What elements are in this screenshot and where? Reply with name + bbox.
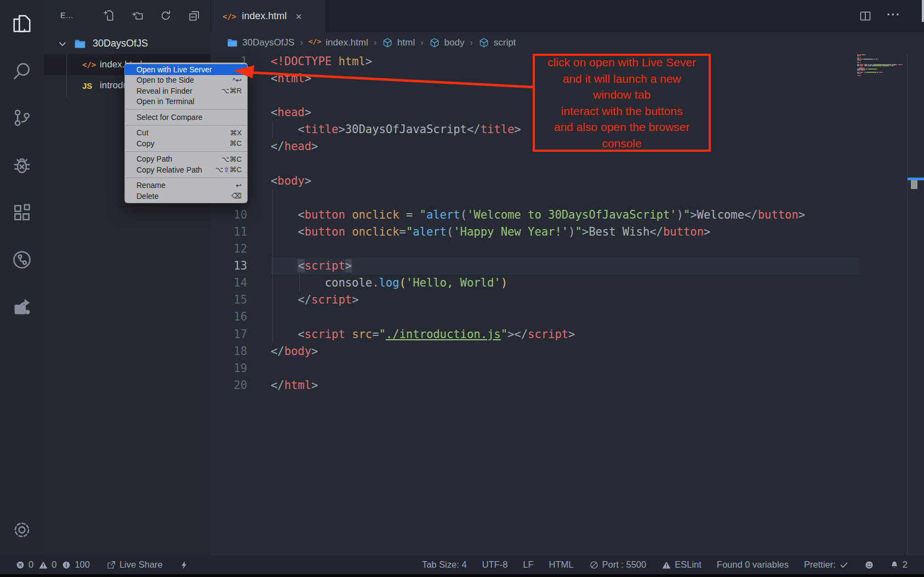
- code-line-17[interactable]: 17 <script src="./introduction.js"></scr…: [210, 326, 924, 343]
- menu-item-label: Copy Relative Path: [136, 165, 215, 174]
- code-line-20[interactable]: 20</html>: [210, 377, 924, 394]
- code-line-13[interactable]: 13 <script>: [210, 258, 924, 275]
- menu-item-copy-relative-path[interactable]: Copy Relative Path⌥⇧⌘C: [125, 164, 247, 175]
- status-lightning[interactable]: [179, 560, 189, 570]
- menu-item-copy[interactable]: Copy⌘C: [125, 138, 247, 149]
- line-content: console.log('Hello, World'): [271, 275, 859, 292]
- activity-circle-branch-icon[interactable]: [12, 249, 32, 270]
- menu-item-open-to-the-side[interactable]: Open to the Side^↩: [125, 75, 247, 86]
- status-0[interactable]: 0: [15, 559, 33, 570]
- refresh-icon[interactable]: [159, 9, 172, 22]
- code-token: <: [271, 208, 305, 221]
- breadcrumb-label: body: [444, 37, 465, 48]
- code-line-18[interactable]: 18</body>: [210, 343, 924, 360]
- status-tab-size-4[interactable]: Tab Size: 4: [422, 559, 467, 570]
- code-line-11[interactable]: 11 <button onclick="alert('Happy New Yea…: [210, 224, 924, 241]
- code-token: </: [649, 225, 663, 238]
- line-content: [271, 241, 859, 258]
- minimap-token: [860, 62, 860, 63]
- split-editor-icon[interactable]: [859, 9, 872, 22]
- code-token: >: [338, 123, 345, 136]
- code-line-9[interactable]: 9: [210, 190, 924, 207]
- status-smiley[interactable]: [864, 560, 874, 570]
- menu-item-cut[interactable]: Cut⌘X: [125, 128, 247, 139]
- code-token: <: [271, 174, 277, 187]
- menu-item-delete[interactable]: Delete⌫: [125, 191, 247, 202]
- code-line-8[interactable]: 8<body>: [210, 173, 924, 190]
- activity-share-icon[interactable]: [12, 296, 32, 317]
- code-line-15[interactable]: 15 </script>: [210, 292, 924, 309]
- breadcrumb-index.html[interactable]: </>index.html: [309, 37, 368, 48]
- indent-guide: [272, 190, 273, 343]
- status-prettier-[interactable]: Prettier:: [804, 559, 849, 570]
- code-token: [345, 225, 352, 238]
- new-file-icon[interactable]: [102, 9, 115, 22]
- status-eslint[interactable]: ESLint: [661, 559, 701, 570]
- tab-bar: </> index.html × ···: [210, 0, 924, 32]
- breadcrumb-30DaysOfJS[interactable]: 30DaysOfJS: [227, 37, 294, 48]
- breadcrumb-label: 30DaysOfJS: [242, 37, 294, 48]
- code-token: >: [704, 225, 710, 238]
- breadcrumb-body[interactable]: body: [429, 37, 465, 48]
- line-number: 10: [210, 207, 271, 224]
- activity-gear-icon[interactable]: [12, 519, 32, 540]
- code-token: <: [271, 328, 305, 341]
- status-100[interactable]: 100: [61, 559, 90, 570]
- code-token: ": [501, 328, 507, 341]
- code-token: ./introduction.js: [386, 328, 501, 341]
- menu-item-reveal-in-finder[interactable]: Reveal in Finder⌥⌘R: [125, 85, 247, 96]
- activity-extensions-icon[interactable]: [12, 202, 32, 223]
- menu-item-open-with-live-server[interactable]: Open with Live Server: [125, 64, 247, 75]
- status-found-0-variables[interactable]: Found 0 variables: [717, 559, 789, 570]
- minimap-token: [860, 65, 863, 66]
- breadcrumb-script[interactable]: script: [478, 37, 516, 48]
- line-content: <body>: [271, 173, 859, 190]
- menu-item-copy-path[interactable]: Copy Path⌥⌘C: [125, 154, 247, 165]
- status-0[interactable]: 0: [38, 559, 56, 570]
- code-line-14[interactable]: 14 console.log('Hello, World'): [210, 275, 924, 292]
- code-token: >: [366, 55, 372, 68]
- tab-index-html[interactable]: </> index.html ×: [212, 0, 326, 32]
- code-token: >: [345, 259, 352, 272]
- line-number: 18: [210, 343, 271, 360]
- minimap-token: [869, 65, 871, 66]
- activity-explorer-icon[interactable]: [12, 13, 32, 34]
- code-line-19[interactable]: 19: [210, 360, 924, 377]
- status-left: 00100Live Share: [0, 559, 189, 570]
- close-icon[interactable]: ×: [295, 11, 302, 22]
- code-line-16[interactable]: 16: [210, 309, 924, 325]
- status-utf-8[interactable]: UTF-8: [482, 559, 508, 570]
- activity-source-control-icon[interactable]: [12, 107, 32, 128]
- code-line-7[interactable]: 7: [210, 156, 924, 173]
- status-label: ESLint: [675, 559, 701, 570]
- code-token: button: [758, 208, 798, 221]
- code-line-10[interactable]: 10 <button onclick = "alert('Welcome to …: [210, 207, 924, 224]
- menu-item-select-for-compare[interactable]: Select for Compare: [125, 112, 247, 123]
- folder-icon: [227, 37, 238, 48]
- chevron-down-icon[interactable]: [57, 38, 68, 49]
- menu-item-open-in-terminal[interactable]: Open in Terminal: [125, 96, 247, 107]
- code-line-12[interactable]: 12: [210, 241, 924, 258]
- new-folder-icon[interactable]: [131, 9, 144, 22]
- menu-item-label: Copy Path: [136, 155, 221, 163]
- activity-search-icon[interactable]: [12, 60, 32, 81]
- activity-debug-icon[interactable]: [12, 155, 32, 176]
- scrollbar-thumb[interactable]: [911, 180, 917, 189]
- live-share-icon: [106, 560, 116, 570]
- breadcrumb-html[interactable]: html: [382, 37, 415, 48]
- minimap[interactable]: [857, 53, 906, 130]
- status-live-share[interactable]: Live Share: [106, 559, 163, 570]
- collapse-all-icon[interactable]: [188, 9, 201, 22]
- status-port-5500[interactable]: Port : 5500: [589, 559, 647, 570]
- folder-row-30daysofjs[interactable]: 30DaysOfJS: [44, 34, 210, 53]
- cube-icon: [429, 37, 440, 48]
- menu-item-rename[interactable]: Rename↩: [125, 180, 247, 191]
- code-token: <: [271, 72, 277, 85]
- status-html[interactable]: HTML: [549, 559, 574, 570]
- more-actions-icon[interactable]: ···: [887, 8, 900, 21]
- activity-bar: [0, 0, 44, 555]
- status-2[interactable]: 2: [889, 559, 908, 570]
- status-lf[interactable]: LF: [523, 559, 533, 570]
- html-file-icon: </>: [309, 37, 321, 48]
- code-token: onclick: [352, 225, 399, 238]
